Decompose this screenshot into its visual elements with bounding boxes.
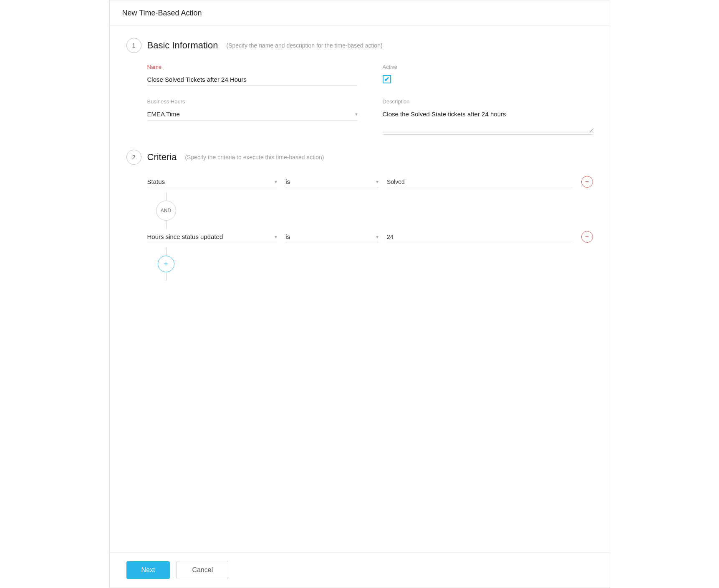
add-connector-line-bottom [166, 272, 167, 281]
business-hours-select[interactable]: EMEA Time ▾ [147, 108, 358, 121]
description-label: Description [383, 98, 593, 105]
business-hours-display[interactable]: EMEA Time ▾ [147, 111, 358, 118]
criteria-2-field[interactable]: Hours since status updated ▾ [147, 231, 278, 243]
and-label: AND [161, 208, 171, 214]
section-basic-info: 1 Basic Information (Specify the name an… [126, 38, 593, 135]
connector-line-bottom [166, 221, 167, 229]
and-button[interactable]: AND [156, 201, 176, 221]
and-connector: AND [147, 192, 593, 229]
page-title: New Time-Based Action [122, 9, 597, 18]
criteria-2-op-chevron: ▾ [376, 234, 378, 240]
remove-criteria-2-button[interactable]: − [581, 231, 593, 243]
active-checkbox[interactable]: ✔ [383, 75, 391, 83]
section-2-title: Criteria [147, 152, 177, 163]
business-hours-value: EMEA Time [147, 111, 180, 118]
connector-line-top [166, 192, 167, 201]
criteria-2-value-text: 24 [387, 234, 394, 240]
criteria-1-op-value: is [285, 178, 290, 185]
business-hours-chevron: ▾ [355, 111, 358, 117]
name-label: Name [147, 64, 358, 70]
criteria-1-value: Solved [387, 176, 573, 188]
active-label: Active [383, 64, 593, 70]
criteria-2-field-value: Hours since status updated [147, 233, 223, 240]
criteria-2-value: 24 [387, 231, 573, 243]
page-header: New Time-Based Action [110, 0, 610, 25]
add-connector: + [147, 247, 593, 281]
criteria-2-op-select[interactable]: is ▾ [285, 233, 378, 240]
criteria-1-field-value: Status [147, 178, 165, 185]
description-input[interactable]: Close the Solved State tickets after 24 … [383, 108, 593, 133]
add-connector-line-top [166, 247, 167, 256]
active-group: Active ✔ [383, 64, 593, 86]
minus-icon-1: − [585, 178, 589, 186]
criteria-row-2: Hours since status updated ▾ is ▾ 24 [147, 231, 593, 243]
name-input[interactable] [147, 73, 358, 86]
minus-icon-2: − [585, 233, 589, 241]
criteria-2-field-select[interactable]: Hours since status updated ▾ [147, 233, 278, 240]
criteria-2-op-value: is [285, 233, 290, 240]
cancel-button[interactable]: Cancel [177, 561, 228, 579]
page-content: 1 Basic Information (Specify the name an… [110, 25, 610, 552]
name-group: Name [147, 64, 358, 86]
criteria-1-op[interactable]: is ▾ [285, 176, 378, 188]
step-1-circle: 1 [126, 38, 141, 53]
add-criteria-button[interactable]: + [158, 256, 174, 272]
page-footer: Next Cancel [110, 552, 610, 588]
criteria-form: Status ▾ is ▾ Solved − [126, 176, 593, 281]
section-2-subtitle: (Specify the criteria to execute this ti… [185, 154, 324, 161]
description-group: Description Close the Solved State ticke… [383, 98, 593, 135]
next-button[interactable]: Next [126, 561, 170, 579]
section-1-header: 1 Basic Information (Specify the name an… [126, 38, 593, 53]
criteria-1-field[interactable]: Status ▾ [147, 176, 278, 188]
criteria-1-field-chevron: ▾ [275, 179, 277, 185]
business-hours-label: Business Hours [147, 98, 358, 105]
business-hours-group: Business Hours EMEA Time ▾ [147, 98, 358, 135]
active-checkbox-wrapper: ✔ [383, 73, 593, 85]
criteria-1-op-chevron: ▾ [376, 179, 378, 185]
basic-info-form: Name Active ✔ Business Hours [126, 64, 593, 135]
section-1-title: Basic Information [147, 40, 218, 51]
plus-icon: + [164, 259, 169, 269]
section-2-header: 2 Criteria (Specify the criteria to exec… [126, 150, 593, 165]
check-icon: ✔ [384, 75, 389, 83]
section-1-subtitle: (Specify the name and description for th… [226, 42, 382, 49]
criteria-2-op[interactable]: is ▾ [285, 231, 378, 243]
criteria-1-field-select[interactable]: Status ▾ [147, 178, 278, 185]
criteria-row-1: Status ▾ is ▾ Solved − [147, 176, 593, 188]
remove-criteria-1-button[interactable]: − [581, 176, 593, 188]
step-2-circle: 2 [126, 150, 141, 165]
criteria-1-op-select[interactable]: is ▾ [285, 178, 378, 185]
section-criteria: 2 Criteria (Specify the criteria to exec… [126, 150, 593, 281]
criteria-2-field-chevron: ▾ [275, 234, 277, 240]
criteria-1-value-text: Solved [387, 178, 405, 185]
